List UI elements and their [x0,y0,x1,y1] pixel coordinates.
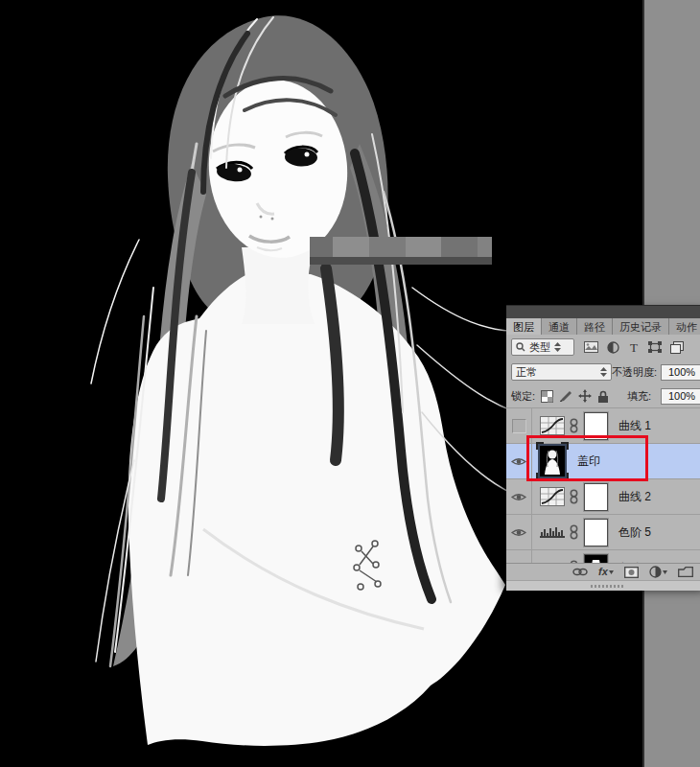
layer-row-levels-4[interactable]: 色阶 4 [506,550,700,563]
mosaic-block [478,237,492,257]
svg-text:T: T [630,341,638,353]
shape-layer-filter-icon[interactable] [648,341,662,353]
layer-name: 色阶 4 [618,560,651,564]
fill-field[interactable]: 100% [661,388,700,405]
panel-tabs: 图层 通道 路径 历史记录 动作 [506,318,700,335]
visibility-toggle[interactable] [506,408,532,443]
layers-panel: 图层 通道 路径 历史记录 动作 类型 [506,305,700,588]
selection-corner [536,473,544,480]
lock-row: 锁定: 填充: 100% [506,384,700,408]
layer-name: 色阶 5 [618,524,651,541]
pixel-layer-filter-icon[interactable] [584,341,598,353]
panel-resize-grip[interactable] [506,580,700,591]
mosaic-censor-subrow [310,257,492,265]
lock-position-move-icon[interactable] [578,389,592,403]
layer-row-curves-1[interactable]: 曲线 1 [506,408,700,444]
mosaic-block [441,237,478,257]
levels-adjustment-icon [540,561,565,563]
updown-arrows-icon [600,367,607,377]
grip-dots [591,585,623,588]
lock-transparency-icon[interactable] [541,390,553,403]
blend-mode-value: 正常 [516,365,537,380]
eye-icon [511,527,526,538]
mask-link-icon[interactable] [570,489,578,504]
visibility-off-well [512,419,526,433]
layer-row-stamp[interactable]: 盖印 [506,444,700,479]
filter-kind-dropdown[interactable]: 类型 [511,338,574,356]
mosaic-block [406,237,441,257]
panel-group-header [506,305,700,318]
tab-history[interactable]: 历史记录 [613,318,669,335]
layers-list: 曲线 1 盖印 [506,408,700,563]
selection-corner [561,442,569,450]
layer-mask-thumbnail[interactable] [584,412,608,440]
tab-actions[interactable]: 动作 [669,318,700,335]
eye-icon [511,563,526,564]
new-group-icon[interactable] [678,567,693,577]
tab-layers[interactable]: 图层 [506,318,542,335]
lock-label: 锁定: [511,389,535,404]
filter-kind-label: 类型 [529,340,550,355]
layer-name: 曲线 2 [618,489,651,505]
add-layer-mask-icon[interactable] [624,567,639,578]
blend-mode-row: 正常 不透明度: 100% [506,360,700,384]
mosaic-block [369,237,406,257]
updown-arrows-icon [554,342,561,352]
opacity-label: 不透明度: [612,365,657,380]
fill-label: 填充: [627,389,651,404]
layer-name: 曲线 1 [618,418,651,434]
layer-row-curves-2[interactable]: 曲线 2 [506,479,700,515]
image-layer-thumbnail[interactable] [538,444,567,478]
lock-all-icon[interactable] [597,390,609,403]
smart-object-filter-icon[interactable] [670,341,684,354]
mosaic-censor-bar [310,237,492,257]
link-layers-icon[interactable] [572,568,588,576]
visibility-toggle[interactable] [506,479,532,514]
visibility-toggle[interactable] [506,515,532,549]
mask-link-icon[interactable] [570,560,578,563]
eye-icon [511,456,526,467]
photoshop-window: 图层 通道 路径 历史记录 动作 类型 [0,0,700,767]
panel-bottom-bar: fx [506,563,700,580]
layer-filter-row: 类型 T [506,335,700,360]
visibility-toggle[interactable] [506,444,532,478]
opacity-field[interactable]: 100% [661,364,700,381]
visibility-toggle[interactable] [506,550,532,563]
selection-corner [536,442,544,450]
selection-corner [561,473,569,480]
layer-mask-thumbnail[interactable] [584,519,608,546]
eye-icon [511,492,526,502]
mask-link-icon[interactable] [570,524,578,540]
curves-adjustment-icon [540,487,565,506]
mask-link-icon[interactable] [570,418,578,433]
new-adjustment-layer-icon[interactable] [649,566,667,578]
tab-paths[interactable]: 路径 [577,318,613,335]
mosaic-block [310,237,333,257]
layer-style-icon[interactable]: fx [598,567,614,577]
layer-name: 盖印 [577,453,600,470]
tab-channels[interactable]: 通道 [542,318,577,335]
curves-adjustment-icon [540,416,565,435]
adjustment-layer-filter-icon[interactable] [607,341,619,354]
layer-mask-thumbnail-black[interactable] [584,554,608,564]
levels-adjustment-icon [540,525,565,539]
search-icon [516,342,525,352]
layer-row-levels-5[interactable]: 色阶 5 [506,515,700,550]
type-layer-filter-icon[interactable]: T [628,341,640,353]
layer-mask-thumbnail[interactable] [584,483,608,511]
mosaic-block [333,237,369,257]
lock-pixels-brush-icon[interactable] [559,390,572,403]
blend-mode-dropdown[interactable]: 正常 [511,363,612,381]
